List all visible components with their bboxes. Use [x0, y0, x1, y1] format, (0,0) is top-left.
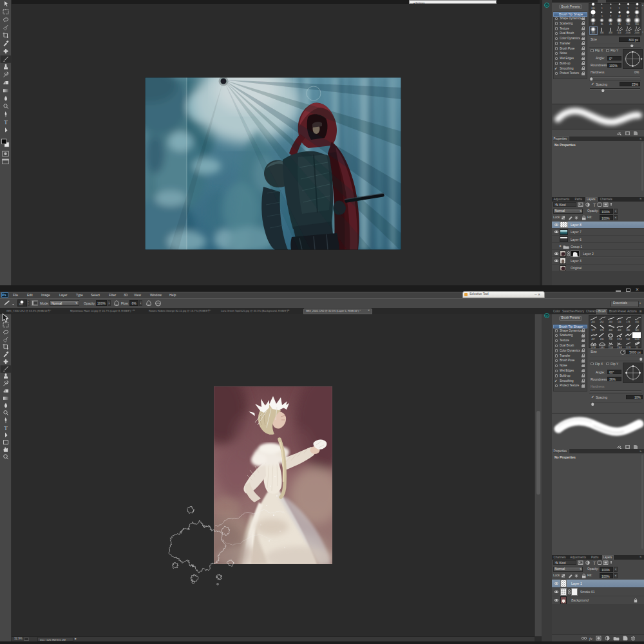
svg-text:T: T [593, 203, 596, 207]
svg-text:T: T [4, 119, 8, 126]
svg-text:T: T [593, 561, 596, 565]
svg-text:T: T [4, 425, 8, 431]
svg-text:fx: fx [589, 636, 592, 641]
